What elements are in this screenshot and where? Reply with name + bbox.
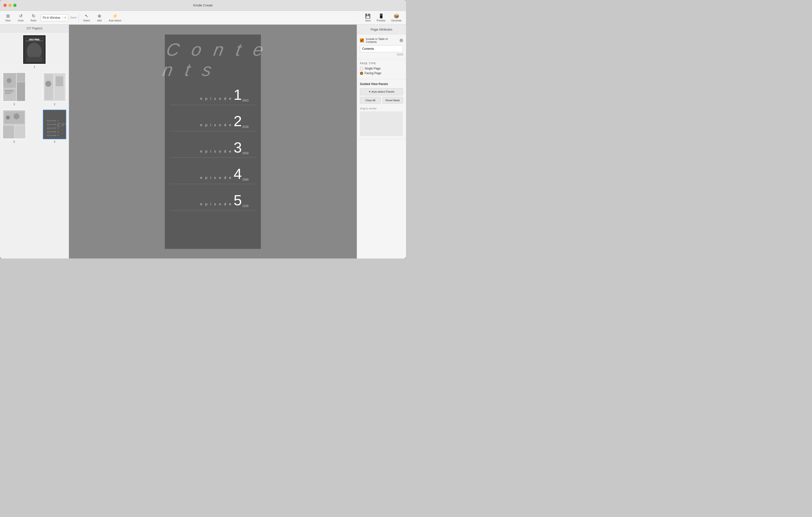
save-button[interactable]: 💾 Save (362, 12, 373, 23)
page-count: 137 Page(s) (0, 25, 69, 32)
toc-checkbox[interactable] (360, 38, 364, 42)
main-layout: 137 Page(s) IDOLY PRIDE (0, 25, 406, 258)
episode-item-5: e p i s o d e 5 /105 (170, 193, 256, 210)
add-label: Add (97, 19, 102, 22)
svg-rect-11 (17, 73, 25, 82)
episode-label-4: e p i s o d e (200, 175, 232, 180)
zoom-control[interactable]: Fit in Window ▼ (40, 14, 68, 21)
page-item-4[interactable]: Contents episode 1 episode 2 episode 3 e… (43, 110, 66, 143)
redo-label: Redo (31, 19, 36, 22)
generate-label: Generate (391, 19, 402, 22)
include-toc-row: Include in Table of Contents i (360, 37, 403, 44)
page2-svg (44, 73, 66, 101)
maximize-button[interactable] (13, 4, 17, 7)
drag-area[interactable] (360, 111, 403, 136)
view-label: View (5, 19, 10, 22)
select-label: Select (83, 19, 90, 22)
preview-icon: 📱 (378, 13, 384, 19)
svg-text:IDOLY PRIDE: IDOLY PRIDE (30, 38, 39, 40)
page-item-2[interactable]: 2 (43, 72, 66, 106)
episode-item-1: e p i s o d e 1 /003 (170, 87, 256, 105)
close-button[interactable] (3, 4, 7, 7)
add-button[interactable]: ⊕ Add (94, 12, 106, 23)
autodetect-button[interactable]: ⚡ Auto-detect (107, 12, 124, 23)
svg-text:episode 4: episode 4 (47, 131, 59, 133)
reset-mask-button[interactable]: Reset Mask (382, 97, 403, 104)
facing-page-radio[interactable] (360, 72, 363, 75)
contents-title-text: C o n t e n t s (162, 39, 272, 80)
page-thumb-3[interactable] (2, 72, 26, 102)
pages-grid[interactable]: IDOLY PRIDE 1 (0, 32, 69, 258)
single-page-label[interactable]: Single Page (365, 67, 381, 70)
clear-reset-row: Clear All Reset Mask (360, 97, 403, 105)
autodetect-panels-button[interactable]: ✦ Auto-detect Panels (360, 88, 403, 95)
save-label: Save (365, 19, 371, 22)
guided-view-title: Guided View Panels (360, 82, 403, 86)
svg-point-19 (45, 81, 51, 87)
undo-label: Undo (18, 19, 24, 22)
zoom-sublabel: Zoom (70, 16, 77, 19)
page-item-3[interactable]: 3 (2, 72, 26, 106)
svg-text:episode 2: episode 2 (47, 123, 59, 125)
generate-button[interactable]: 📦 Generate (389, 12, 404, 23)
redo-button[interactable]: ↻ Redo (28, 12, 39, 23)
svg-text:episode 1: episode 1 (47, 120, 59, 122)
manga-spread: C o n t e n t s e p i s o d e 1 /003 e p… (111, 34, 315, 249)
svg-rect-20 (56, 77, 63, 86)
select-button[interactable]: ↖ Select (81, 12, 93, 23)
toc-input[interactable] (360, 45, 403, 52)
page4-svg: Contents episode 1 episode 2 episode 3 e… (44, 110, 66, 139)
minimize-button[interactable] (8, 4, 11, 7)
episode-label-5: e p i s o d e (200, 202, 232, 206)
preview-label: Preview (377, 19, 385, 22)
page-number-5: 5 (13, 140, 15, 143)
episodes-list: e p i s o d e 1 /003 e p i s o d e 2 /03… (170, 87, 256, 210)
page-thumb-inner-4: Contents episode 1 episode 2 episode 3 e… (44, 110, 66, 139)
episode-num-4: 4 (234, 167, 242, 181)
page-thumb-1[interactable]: IDOLY PRIDE (23, 35, 46, 64)
preview-button[interactable]: 📱 Preview (374, 12, 388, 23)
page3-svg (3, 73, 25, 101)
svg-point-26 (6, 116, 10, 119)
svg-rect-5 (27, 57, 42, 62)
toc-info-icon[interactable]: i (400, 39, 403, 42)
select-icon: ↖ (85, 13, 88, 19)
episode-page-1: /003 (242, 98, 249, 102)
page-number-4: 4 (54, 140, 55, 143)
char-count: 8/100 (360, 53, 403, 56)
single-page-radio[interactable] (360, 67, 363, 70)
autodetect-label: Auto-detect (109, 19, 121, 22)
page-thumb-4[interactable]: Contents episode 1 episode 2 episode 3 e… (43, 110, 66, 139)
episode-page-4: /089 (242, 178, 249, 181)
page-thumb-inner-2 (44, 73, 66, 101)
episode-page-2: /039 (242, 125, 249, 128)
contents-page: C o n t e n t s e p i s o d e 1 /003 e p… (165, 34, 261, 249)
generate-icon: 📦 (394, 13, 399, 19)
toolbar: ⊞ View ↺ Undo ↻ Redo Fit in Window ▼ Zoo… (0, 11, 406, 25)
clear-all-button[interactable]: Clear All (360, 97, 381, 104)
page-thumb-2[interactable] (43, 72, 66, 102)
page-thumb-5[interactable] (2, 110, 26, 139)
episode-page-5: /105 (242, 204, 249, 208)
episode-num-3: 3 (234, 140, 242, 155)
traffic-lights (3, 4, 17, 7)
page-item-1[interactable]: IDOLY PRIDE 1 (23, 35, 46, 68)
zoom-arrow-icon[interactable]: ▼ (63, 16, 68, 19)
guided-view-section: Guided View Panels ✦ Auto-detect Panels … (357, 79, 406, 139)
page-thumb-inner-1: IDOLY PRIDE (23, 35, 46, 64)
page-row-1: IDOLY PRIDE 1 (2, 35, 66, 68)
undo-button[interactable]: ↺ Undo (15, 12, 27, 23)
facing-page-label[interactable]: Facing Page (365, 71, 381, 75)
episode-num-5: 5 (234, 193, 242, 208)
view-button[interactable]: ⊞ View (2, 12, 14, 23)
app-window: Kindle Create ⊞ View ↺ Undo ↻ Redo Fit i… (0, 0, 406, 258)
toc-section: Include in Table of Contents i 8/100 (357, 34, 406, 59)
episode-item-2: e p i s o d e 2 /039 (170, 114, 256, 131)
spread-right (261, 34, 315, 249)
episode-label-1: e p i s o d e (200, 96, 232, 100)
page-type-label: PAGE TYPE (360, 62, 403, 65)
episode-num-2: 2 (234, 114, 242, 128)
page-item-5[interactable]: 5 (2, 110, 26, 143)
facing-page-row: Facing Page (360, 71, 403, 75)
svg-text:episode 3: episode 3 (47, 127, 59, 129)
